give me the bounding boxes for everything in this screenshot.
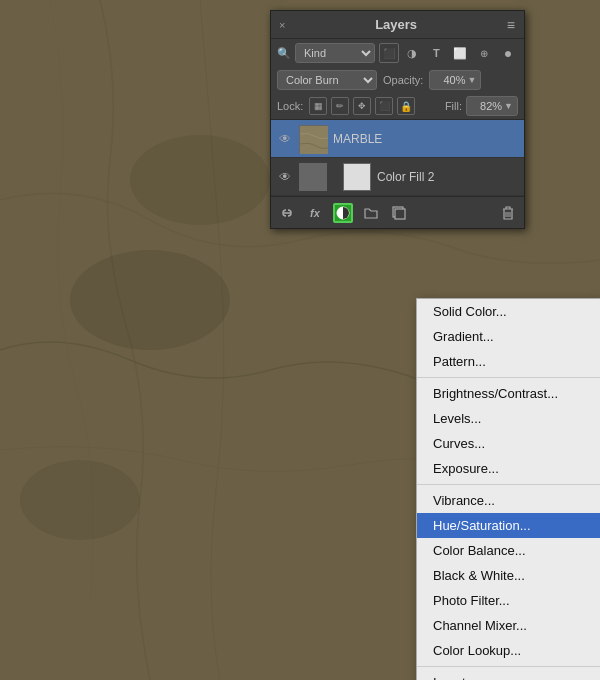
more-filter-icon[interactable]: ● (498, 43, 518, 63)
menu-separator-3 (417, 666, 600, 667)
svg-rect-4 (300, 126, 328, 154)
fill-value-display[interactable]: 82% ▼ (466, 96, 518, 116)
panel-close-button[interactable]: × (279, 19, 285, 31)
layers-panel: × Layers ≡ 🔍 Kind ⬛ ◑ T ⬜ ⊕ ● Color Burn… (270, 10, 525, 229)
blend-mode-select[interactable]: Color Burn (277, 70, 377, 90)
fx-text: fx (310, 207, 320, 219)
menu-item-invert[interactable]: Invert (417, 670, 600, 680)
menu-item-exposure[interactable]: Exposure... (417, 456, 600, 481)
fill-label: Fill: (445, 100, 462, 112)
smart-filter-icon[interactable]: ⊕ (474, 43, 494, 63)
lock-all-icon[interactable]: 🔒 (397, 97, 415, 115)
opacity-dropdown-arrow: ▼ (467, 75, 476, 85)
type-filter-icon[interactable]: T (426, 43, 446, 63)
svg-rect-7 (395, 209, 405, 219)
panel-titlebar: × Layers ≡ (271, 11, 524, 39)
layer-row[interactable]: 👁 MARBLE (271, 120, 524, 158)
svg-point-2 (20, 460, 140, 540)
new-layer-icon[interactable] (389, 203, 409, 223)
link-layers-icon[interactable] (277, 203, 297, 223)
delete-layer-icon[interactable] (498, 203, 518, 223)
menu-item-color-lookup[interactable]: Color Lookup... (417, 638, 600, 663)
kind-row: 🔍 Kind ⬛ ◑ T ⬜ ⊕ ● (271, 39, 524, 67)
panel-menu-icon[interactable]: ≡ (507, 17, 516, 33)
svg-point-3 (130, 135, 270, 225)
shape-filter-icon[interactable]: ⬜ (450, 43, 470, 63)
menu-item-levels[interactable]: Levels... (417, 406, 600, 431)
opacity-value: 40% (443, 74, 465, 86)
layer-thumbnail (299, 125, 327, 153)
menu-item-curves[interactable]: Curves... (417, 431, 600, 456)
layer-thumbnail (299, 163, 327, 191)
lock-artboard-icon[interactable]: ⬛ (375, 97, 393, 115)
new-adjustment-layer-icon[interactable] (333, 203, 353, 223)
lock-checkerboard-icon[interactable]: ▦ (309, 97, 327, 115)
fill-value: 82% (480, 100, 502, 112)
menu-item-brightness-contrast[interactable]: Brightness/Contrast... (417, 381, 600, 406)
fill-dropdown-arrow: ▼ (504, 101, 513, 111)
menu-separator-1 (417, 377, 600, 378)
search-icon: 🔍 (277, 47, 291, 60)
layer-name: MARBLE (333, 132, 518, 146)
menu-item-vibrance[interactable]: Vibrance... (417, 488, 600, 513)
menu-item-black-white[interactable]: Black & White... (417, 563, 600, 588)
menu-item-gradient[interactable]: Gradient... (417, 324, 600, 349)
panel-title: Layers (375, 17, 417, 32)
layer-row[interactable]: 👁 Color Fill 2 (271, 158, 524, 196)
layer-visibility-icon[interactable]: 👁 (277, 131, 293, 147)
menu-item-pattern[interactable]: Pattern... (417, 349, 600, 374)
menu-item-color-balance[interactable]: Color Balance... (417, 538, 600, 563)
adjustment-dropdown-menu: Solid Color... Gradient... Pattern... Br… (416, 298, 600, 680)
lock-brush-icon[interactable]: ✏ (331, 97, 349, 115)
opacity-value-display[interactable]: 40% ▼ (429, 70, 481, 90)
opacity-label: Opacity: (383, 74, 423, 86)
menu-item-solid-color[interactable]: Solid Color... (417, 299, 600, 324)
kind-select[interactable]: Kind (295, 43, 375, 63)
blend-mode-row: Color Burn Opacity: 40% ▼ (271, 67, 524, 93)
panel-bottombar: fx (271, 196, 524, 228)
new-group-icon[interactable] (361, 203, 381, 223)
menu-item-photo-filter[interactable]: Photo Filter... (417, 588, 600, 613)
layer-effects-icon[interactable]: fx (305, 203, 325, 223)
svg-point-1 (70, 250, 230, 350)
lock-row: Lock: ▦ ✏ ✥ ⬛ 🔒 Fill: 82% ▼ (271, 93, 524, 120)
lock-position-icon[interactable]: ✥ (353, 97, 371, 115)
lock-label: Lock: (277, 100, 303, 112)
menu-item-hue-saturation[interactable]: Hue/Saturation... (417, 513, 600, 538)
adjustment-filter-icon[interactable]: ◑ (403, 43, 423, 63)
layer-name: Color Fill 2 (377, 170, 518, 184)
menu-item-channel-mixer[interactable]: Channel Mixer... (417, 613, 600, 638)
menu-separator-2 (417, 484, 600, 485)
layer-visibility-icon[interactable]: 👁 (277, 169, 293, 185)
layers-list: 👁 MARBLE 👁 Color Fill 2 (271, 120, 524, 196)
pixel-filter-icon[interactable]: ⬛ (379, 43, 399, 63)
layer-mask-thumbnail (343, 163, 371, 191)
